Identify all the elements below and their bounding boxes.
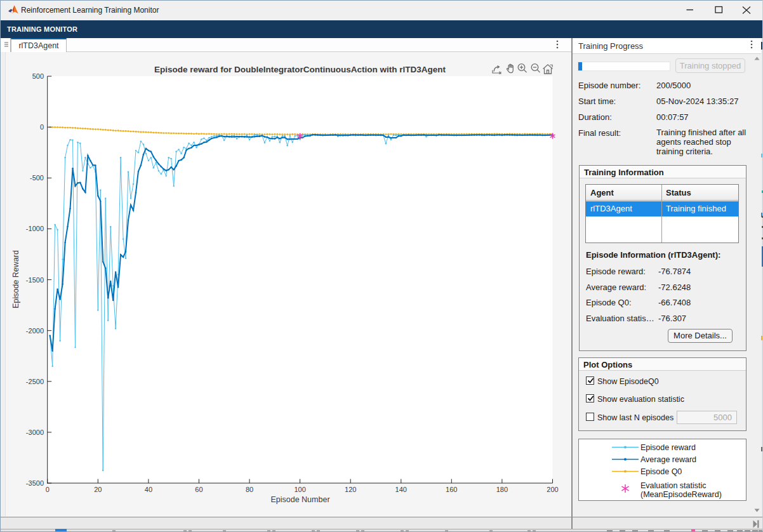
svg-text:Average reward: Average reward — [640, 455, 696, 464]
svg-text:0: 0 — [46, 486, 50, 493]
svg-text:-2500: -2500 — [26, 378, 44, 385]
svg-text:140: 140 — [395, 486, 407, 493]
svg-text:200: 200 — [547, 486, 558, 493]
svg-text:Episode Reward: Episode Reward — [11, 250, 20, 309]
svg-text:Episode reward for DoubleInteg: Episode reward for DoubleIntegratorConti… — [154, 65, 446, 74]
svg-text:120: 120 — [345, 486, 356, 493]
svg-text:40: 40 — [145, 486, 152, 493]
svg-text:20: 20 — [94, 486, 102, 493]
svg-text:Episode Number: Episode Number — [270, 495, 329, 504]
svg-text:-3500: -3500 — [26, 479, 44, 487]
svg-text:Episode reward: Episode reward — [640, 443, 696, 452]
svg-text:80: 80 — [246, 486, 253, 493]
svg-text:500: 500 — [32, 72, 44, 80]
svg-text:Evaluation statistic: Evaluation statistic — [640, 481, 707, 490]
svg-text:-2000: -2000 — [26, 327, 44, 335]
svg-text:-1500: -1500 — [26, 276, 44, 284]
svg-text:180: 180 — [496, 486, 508, 493]
svg-text:-1000: -1000 — [26, 225, 44, 232]
svg-text:(MeanEpisodeReward): (MeanEpisodeReward) — [640, 490, 722, 499]
svg-text:160: 160 — [446, 486, 457, 493]
svg-text:Episode Q0: Episode Q0 — [640, 467, 682, 476]
svg-text:0: 0 — [40, 123, 44, 131]
svg-text:60: 60 — [195, 486, 202, 493]
svg-text:-3000: -3000 — [26, 429, 44, 436]
svg-text:-500: -500 — [30, 174, 44, 182]
svg-text:100: 100 — [294, 486, 305, 493]
